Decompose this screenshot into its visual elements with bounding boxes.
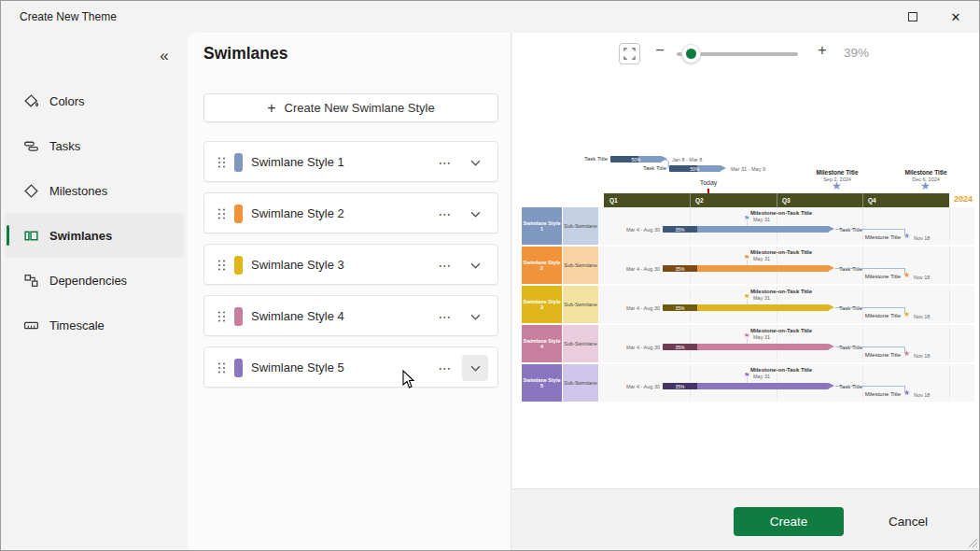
dependency-connector bbox=[835, 268, 904, 269]
task-bar-arrow bbox=[721, 165, 726, 171]
diamond-icon bbox=[23, 183, 39, 199]
swimlane-label-cell: Swimlane Style 1 bbox=[522, 207, 562, 245]
task-dates: Mar 4 - Aug 30 bbox=[606, 384, 660, 389]
swimlane-style-card[interactable]: Swimlane Style 1 ⋯ bbox=[203, 141, 498, 182]
more-options-button[interactable]: ⋯ bbox=[432, 149, 458, 176]
resize-grip[interactable] bbox=[968, 538, 978, 548]
drag-handle-icon[interactable] bbox=[217, 259, 226, 272]
swimlane-chart-area: Milestone-on-Task Title ⚑ May 31 Mar 4 -… bbox=[598, 247, 974, 284]
ellipsis-icon: ⋯ bbox=[439, 309, 453, 324]
cancel-button[interactable]: Cancel bbox=[871, 507, 945, 536]
collapse-sidebar-button[interactable]: « bbox=[152, 44, 176, 68]
zoom-toolbar: − + 39% bbox=[512, 33, 980, 76]
milestone-date: Nov 18 bbox=[914, 314, 930, 319]
swimlane-label-cell: Swimlane Style 3 bbox=[522, 286, 562, 323]
preview-panel: − + 39% Task Title 50% Jan 8 - Mar 8 Tas… bbox=[512, 33, 980, 551]
task-progress: 35% bbox=[663, 227, 697, 233]
milestone-date: Nov 18 bbox=[914, 235, 930, 241]
drag-handle-icon[interactable] bbox=[217, 156, 226, 169]
drag-handle-icon[interactable] bbox=[217, 310, 226, 323]
quarter-label: Q4 bbox=[868, 197, 876, 204]
more-options-button[interactable]: ⋯ bbox=[432, 252, 458, 278]
milestone-date: Nov 18 bbox=[914, 353, 930, 359]
swimlane-color-chip bbox=[234, 256, 243, 275]
sidebar-item-tasks[interactable]: Tasks bbox=[5, 123, 184, 168]
chevron-down-icon bbox=[470, 314, 481, 320]
milestone-on-task-title: Milestone-on-Task Title bbox=[750, 249, 812, 255]
milestone-on-task-date: May 31 bbox=[753, 334, 770, 340]
more-options-button[interactable]: ⋯ bbox=[432, 355, 458, 381]
task-progress: 35% bbox=[663, 305, 697, 311]
swimlane-style-label: Swimlane Style 1 bbox=[251, 142, 344, 183]
more-options-button[interactable]: ⋯ bbox=[432, 201, 458, 227]
task-progress: 50% bbox=[669, 166, 721, 172]
milestone-title: Milestone Title bbox=[835, 391, 901, 397]
ellipsis-icon: ⋯ bbox=[439, 360, 453, 375]
task-progress: 35% bbox=[663, 266, 697, 272]
task-bar: 50% bbox=[669, 165, 721, 172]
swimlane-style-card[interactable]: Swimlane Style 4 ⋯ bbox=[203, 295, 498, 336]
task-bar: 35% bbox=[663, 304, 829, 311]
expand-chevron-button[interactable] bbox=[462, 201, 488, 227]
year-label: 2024 bbox=[954, 194, 973, 204]
milestone-star-icon: ★ bbox=[903, 389, 910, 397]
sidebar-item-swimlanes[interactable]: Swimlanes bbox=[5, 213, 184, 258]
task-bar-arrow bbox=[829, 344, 834, 349]
milestone-title: Milestone Title bbox=[835, 234, 901, 240]
drag-handle-icon[interactable] bbox=[217, 361, 226, 374]
expand-chevron-button[interactable] bbox=[462, 304, 488, 330]
create-swimlane-style-button[interactable]: + Create New Swimlane Style bbox=[203, 93, 498, 122]
sidebar-item-label: Timescale bbox=[49, 318, 105, 332]
swimlane-style-card[interactable]: Swimlane Style 5 ⋯ bbox=[203, 346, 498, 388]
zoom-in-button[interactable]: + bbox=[813, 42, 832, 66]
sidebar-item-dependencies[interactable]: Dependencies bbox=[5, 258, 184, 303]
zoom-slider-thumb[interactable] bbox=[681, 44, 701, 64]
swimlane-chart-area: Milestone-on-Task Title ⚑ May 31 Mar 4 -… bbox=[598, 364, 974, 402]
gantt-swimlane-row: Swimlane Style 4 Sub-Swimlane Milestone-… bbox=[512, 325, 980, 364]
drag-handle-icon[interactable] bbox=[217, 207, 226, 220]
ellipsis-icon: ⋯ bbox=[439, 206, 453, 221]
sidebar-item-timescale[interactable]: Timescale bbox=[5, 303, 184, 347]
milestone-on-task-title: Milestone-on-Task Title bbox=[750, 289, 812, 294]
swimlane-style-card[interactable]: Swimlane Style 3 ⋯ bbox=[203, 244, 498, 285]
swimlane-style-label: Swimlane Style 5 bbox=[251, 347, 344, 389]
task-progress: 50% bbox=[610, 157, 662, 162]
task-label: Task Title bbox=[839, 266, 862, 272]
zoom-out-button[interactable]: − bbox=[651, 42, 669, 66]
window-title: Create New Theme bbox=[20, 1, 117, 33]
task-label: Task Title bbox=[839, 345, 862, 350]
task-bar-arrow bbox=[829, 265, 834, 271]
swimlane-style-card[interactable]: Swimlane Style 2 ⋯ bbox=[203, 192, 498, 233]
create-button[interactable]: Create bbox=[734, 507, 844, 536]
task-bar: 35% bbox=[663, 226, 829, 233]
maximize-button[interactable] bbox=[897, 1, 929, 33]
task-dates: Mar 31 - May 9 bbox=[731, 166, 765, 172]
gantt-preview: Task Title 50% Jan 8 - Mar 8 Task Title … bbox=[512, 150, 980, 421]
sub-swimlane-cell: Sub-Swimlane bbox=[563, 364, 598, 402]
milestone-title: Milestone Title bbox=[835, 352, 901, 358]
gantt-swimlane-row: Swimlane Style 3 Sub-Swimlane Milestone-… bbox=[512, 286, 980, 325]
chevron-down-icon bbox=[470, 365, 481, 372]
fit-to-screen-button[interactable] bbox=[619, 43, 640, 64]
timescale-ruler-icon bbox=[23, 318, 39, 333]
today-label: Today bbox=[685, 179, 732, 186]
milestone-star-icon: ★ bbox=[903, 272, 910, 279]
swimlane-color-chip bbox=[234, 359, 243, 377]
more-options-button[interactable]: ⋯ bbox=[432, 304, 458, 330]
expand-chevron-button[interactable] bbox=[462, 355, 488, 381]
swimlanes-panel: Swimlanes + Create New Swimlane Style Sw… bbox=[188, 33, 511, 551]
sidebar-item-milestones[interactable]: Milestones bbox=[5, 168, 184, 213]
title-bar[interactable]: Create New Theme ✕ bbox=[1, 1, 979, 33]
task-dates: Mar 4 - Aug 30 bbox=[606, 227, 660, 233]
close-button[interactable]: ✕ bbox=[940, 1, 972, 33]
sidebar-item-colors[interactable]: Colors bbox=[5, 78, 184, 123]
gantt-rows: Swimlane Style 1 Sub-Swimlane Milestone-… bbox=[512, 207, 980, 403]
swimlane-style-list: Swimlane Style 1 ⋯ Swimlane Style 2 ⋯ bbox=[203, 141, 498, 388]
expand-chevron-button[interactable] bbox=[462, 149, 488, 176]
milestone-date: Nov 18 bbox=[914, 392, 930, 398]
gantt-swimlane-row: Swimlane Style 5 Sub-Swimlane Milestone-… bbox=[512, 364, 980, 403]
swimlane-chart-area: Milestone-on-Task Title ⚑ May 31 Mar 4 -… bbox=[598, 207, 974, 245]
sidebar-item-label: Swimlanes bbox=[49, 229, 112, 243]
expand-chevron-button[interactable] bbox=[462, 252, 488, 278]
task-progress: 35% bbox=[663, 345, 697, 350]
